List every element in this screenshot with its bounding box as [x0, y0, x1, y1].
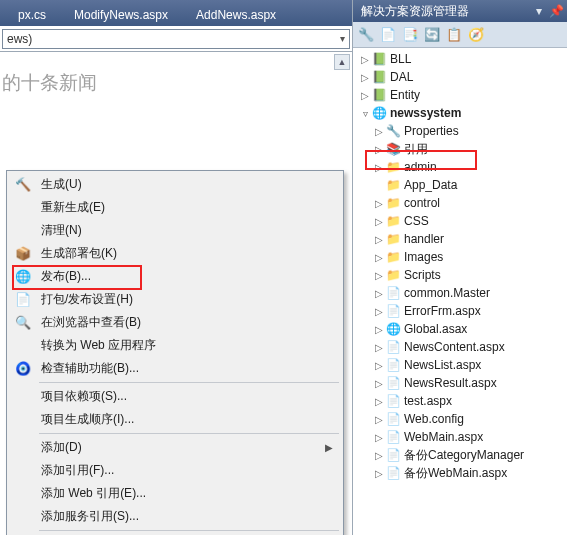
expander-icon[interactable]: ▷ — [373, 270, 385, 281]
menu-item-label: 项目依赖项(S)... — [35, 388, 333, 405]
expander-icon[interactable]: ▷ — [373, 288, 385, 299]
expander-icon[interactable]: ▷ — [373, 234, 385, 245]
expander-icon[interactable]: ▷ — [373, 324, 385, 335]
menu-item[interactable]: 🔍在浏览器中查看(B) — [9, 311, 341, 334]
expander-icon[interactable]: ▷ — [373, 144, 385, 155]
tree-node[interactable]: ▷📄Web.config — [353, 410, 567, 428]
tree-node[interactable]: ▷📗BLL — [353, 50, 567, 68]
tree-node[interactable]: ▷📄备份CategoryManager — [353, 446, 567, 464]
solution-tree[interactable]: ▷📗BLL▷📗DAL▷📗Entity▿🌐newssystem▷🔧Properti… — [353, 48, 567, 535]
tree-node-label: ErrorFrm.aspx — [404, 304, 481, 318]
member-dropdown[interactable]: ews) ▾ — [2, 29, 350, 49]
collapse-btn[interactable]: 🧭 — [467, 26, 485, 44]
publish-icon: 🌐 — [15, 269, 31, 285]
tree-node[interactable]: ▷📄WebMain.aspx — [353, 428, 567, 446]
tree-node[interactable]: ▷📁Images — [353, 248, 567, 266]
expander-icon[interactable]: ▷ — [373, 414, 385, 425]
view-btn[interactable]: 📋 — [445, 26, 463, 44]
editor-tab[interactable]: px.cs — [4, 4, 60, 26]
scroll-up-button[interactable]: ▲ — [334, 54, 350, 70]
menu-item-label: 添加引用(F)... — [35, 462, 333, 479]
expander-icon[interactable]: ▷ — [373, 126, 385, 137]
expander-icon[interactable]: ▷ — [373, 468, 385, 479]
tree-node-label: Web.config — [404, 412, 464, 426]
expander-icon[interactable]: ▷ — [373, 378, 385, 389]
tree-node[interactable]: ▷📁CSS — [353, 212, 567, 230]
tree-node[interactable]: ▷📁admin — [353, 158, 567, 176]
tree-node[interactable]: ▷📗Entity — [353, 86, 567, 104]
tree-node[interactable]: ▷📄test.aspx — [353, 392, 567, 410]
properties-btn[interactable]: 🔧 — [357, 26, 375, 44]
expander-icon[interactable]: ▷ — [373, 432, 385, 443]
tree-node[interactable]: ▷📄ErrorFrm.aspx — [353, 302, 567, 320]
file-icon: 📄 — [385, 430, 401, 444]
editor-tab[interactable]: ModifyNews.aspx — [60, 4, 182, 26]
tree-node-label: Global.asax — [404, 322, 467, 336]
show-all-btn[interactable]: 📄 — [379, 26, 397, 44]
tree-node[interactable]: ▷📁handler — [353, 230, 567, 248]
tree-node-label: Properties — [404, 124, 459, 138]
tree-node[interactable]: ▿🌐newssystem — [353, 104, 567, 122]
menu-item[interactable]: 重新生成(E) — [9, 196, 341, 219]
expander-icon[interactable]: ▷ — [373, 216, 385, 227]
tree-node[interactable]: ▷🌐Global.asax — [353, 320, 567, 338]
expander-icon[interactable]: ▷ — [373, 342, 385, 353]
menu-item[interactable]: 🌐发布(B)... — [9, 265, 341, 288]
sync-btn[interactable]: 🔄 — [423, 26, 441, 44]
proj-icon: 📗 — [371, 70, 387, 84]
refresh-btn[interactable]: 📑 — [401, 26, 419, 44]
folder-icon: 📁 — [385, 250, 401, 264]
menu-item[interactable]: 🔨生成(U) — [9, 173, 341, 196]
menu-item[interactable]: 添加引用(F)... — [9, 459, 341, 482]
tree-node[interactable]: ▷📚引用 — [353, 140, 567, 158]
expander-icon[interactable]: ▷ — [359, 90, 371, 101]
expander-icon[interactable]: ▷ — [373, 162, 385, 173]
package-icon: 📦 — [15, 246, 31, 262]
dropdown-icon[interactable]: ▾ — [532, 4, 546, 18]
expander-icon[interactable]: ▷ — [359, 54, 371, 65]
menu-item[interactable]: 添加服务引用(S)... — [9, 505, 341, 528]
menu-item[interactable]: 添加 Web 引用(E)... — [9, 482, 341, 505]
code-editor[interactable]: ▲ 的十条新闻 🔨生成(U)重新生成(E)清理(N)📦生成部署包(K)🌐发布(B… — [0, 52, 352, 535]
menu-item[interactable]: 项目依赖项(S)... — [9, 385, 341, 408]
menu-item[interactable]: 清理(N) — [9, 219, 341, 242]
menu-item[interactable]: 项目生成顺序(I)... — [9, 408, 341, 431]
tree-node[interactable]: ▷📗DAL — [353, 68, 567, 86]
tree-node[interactable]: ▷📄common.Master — [353, 284, 567, 302]
file-icon: 🌐 — [385, 322, 401, 336]
editor-tab[interactable]: AddNews.aspx — [182, 4, 290, 26]
tree-node[interactable]: ▷📁control — [353, 194, 567, 212]
tree-node[interactable]: ▷🔧Properties — [353, 122, 567, 140]
expander-icon[interactable]: ▿ — [359, 108, 371, 119]
expander-icon[interactable]: ▷ — [373, 360, 385, 371]
expander-icon[interactable]: ▷ — [373, 198, 385, 209]
menu-item[interactable]: 📄打包/发布设置(H) — [9, 288, 341, 311]
tree-node[interactable]: 📁App_Data — [353, 176, 567, 194]
tree-node-label: control — [404, 196, 440, 210]
tree-node-label: 备份WebMain.aspx — [404, 465, 507, 482]
tree-node-label: NewsContent.aspx — [404, 340, 505, 354]
menu-item-label: 添加(D) — [35, 439, 325, 456]
expander-icon[interactable]: ▷ — [373, 252, 385, 263]
menu-item[interactable]: 转换为 Web 应用程序 — [9, 334, 341, 357]
solution-explorer-title-bar: 解决方案资源管理器 ▾ 📌 — [353, 0, 567, 22]
menu-item[interactable]: 添加(D)▶ — [9, 436, 341, 459]
tree-node[interactable]: ▷📁Scripts — [353, 266, 567, 284]
menu-item[interactable]: 📦生成部署包(K) — [9, 242, 341, 265]
pin-icon[interactable]: 📌 — [549, 4, 563, 18]
menu-item[interactable]: 🧿检查辅助功能(B)... — [9, 357, 341, 380]
file-icon: 📄 — [385, 394, 401, 408]
tree-node-label: Images — [404, 250, 443, 264]
menu-item-label: 清理(N) — [35, 222, 333, 239]
tree-node[interactable]: ▷📄NewsContent.aspx — [353, 338, 567, 356]
expander-icon[interactable]: ▷ — [359, 72, 371, 83]
settings-icon: 📄 — [15, 292, 31, 308]
tree-node[interactable]: ▷📄NewsResult.aspx — [353, 374, 567, 392]
tree-node[interactable]: ▷📄NewsList.aspx — [353, 356, 567, 374]
expander-icon[interactable]: ▷ — [373, 306, 385, 317]
expander-icon[interactable]: ▷ — [373, 450, 385, 461]
ref-icon: 📚 — [385, 142, 401, 156]
tree-node[interactable]: ▷📄备份WebMain.aspx — [353, 464, 567, 482]
expander-icon[interactable]: ▷ — [373, 396, 385, 407]
file-icon: 📄 — [385, 286, 401, 300]
